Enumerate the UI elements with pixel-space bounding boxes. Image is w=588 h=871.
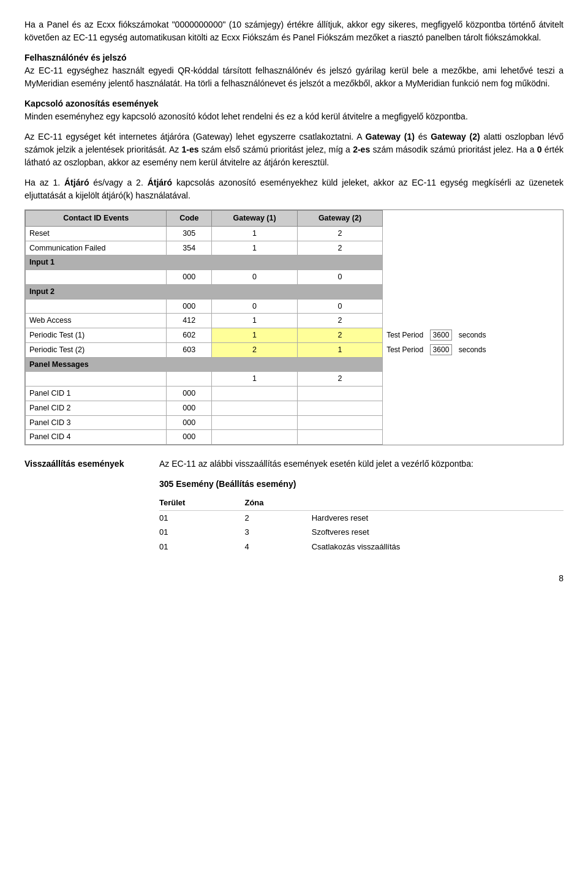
reset-intro: Az EC-11 az alábbi visszaállítás esemény… xyxy=(159,458,564,470)
event-name: Reset xyxy=(26,226,167,241)
territory-val: 01 xyxy=(159,525,244,540)
group-header-input1: Input 1 xyxy=(26,255,563,270)
table-row-panel-cid2: Panel CID 2 000 xyxy=(26,401,563,415)
col-header-event: Contact ID Events xyxy=(26,211,167,227)
event-code: 602 xyxy=(167,328,212,343)
gw1-val: 0 xyxy=(212,270,297,285)
event-code: 000 xyxy=(167,430,212,445)
bottom-section: Visszaállítás események Az EC-11 az aláb… xyxy=(24,458,564,554)
paragraph-atjaro: Ha az 1. Átjáró és/vagy a 2. Átjáró kapc… xyxy=(24,176,564,202)
paragraph-gateway: Az EC-11 egységet két internetes átjárór… xyxy=(24,130,564,169)
event-code: 305 xyxy=(167,226,212,241)
event-name: Panel CID 1 xyxy=(26,386,167,401)
table-row: Reset 305 1 2 xyxy=(26,226,563,241)
gw2-val: 1 xyxy=(297,342,382,357)
page-content: Ha a Panel és az Ecxx fiókszámokat "0000… xyxy=(24,18,564,585)
reset-events-content: Az EC-11 az alábbi visszaállítás esemény… xyxy=(159,458,564,554)
gw2-val: 2 xyxy=(297,314,382,328)
table-row-panel-cid4: Panel CID 4 000 xyxy=(26,430,563,445)
gw2-val: 2 xyxy=(297,241,382,255)
table-row-periodic2: Periodic Test (2) 603 2 1 Test Period 36… xyxy=(26,342,563,357)
gw1-val: 1 xyxy=(212,328,297,343)
event-code: 354 xyxy=(167,241,212,255)
event-name: Panel CID 2 xyxy=(26,401,167,415)
gw1-val: 2 xyxy=(212,342,297,357)
test-period-value1: 3600 xyxy=(430,330,453,341)
col-header-gw2: Gateway (2) xyxy=(297,211,382,227)
gw1-val: 0 xyxy=(212,299,297,314)
col-header-gw1: Gateway (1) xyxy=(212,211,297,227)
event-code xyxy=(167,372,212,386)
gw2-val: 2 xyxy=(297,372,382,386)
reset-row-3: 01 4 Csatlakozás visszaállítás xyxy=(159,540,564,554)
event-code: 000 xyxy=(167,386,212,401)
col-territory: Terület xyxy=(159,496,244,510)
event-code: 000 xyxy=(167,299,212,314)
reset-events-label: Visszaállítás események xyxy=(24,458,147,554)
table-row: 000 0 0 xyxy=(26,270,563,285)
desc-val: Szoftveres reset xyxy=(312,525,564,540)
test-period-unit2: seconds xyxy=(459,345,486,354)
table-row: 000 0 0 xyxy=(26,299,563,314)
event-name: Panel CID 4 xyxy=(26,430,167,445)
table-row: 1 2 xyxy=(26,372,563,386)
gw1-val: 1 xyxy=(212,314,297,328)
section-heading-connecting: Kapcsoló azonosítás események Minden ese… xyxy=(24,97,564,123)
gw2-val: 0 xyxy=(297,270,382,285)
table-row-periodic1: Periodic Test (1) 602 1 2 Test Period 36… xyxy=(26,328,563,343)
event-name: Web Access xyxy=(26,314,167,328)
reset-table: Terület Zóna 01 2 Hardveres reset 01 3 S… xyxy=(159,496,564,554)
desc-val: Hardveres reset xyxy=(312,510,564,525)
event-name: Periodic Test (2) xyxy=(26,342,167,357)
reset-row-2: 01 3 Szoftveres reset xyxy=(159,525,564,540)
table-row: Web Access 412 1 2 xyxy=(26,314,563,328)
reset-row-1: 01 2 Hardveres reset xyxy=(159,510,564,525)
col-header-code: Code xyxy=(167,211,212,227)
zone-val: 2 xyxy=(244,510,311,525)
test-period-unit1: seconds xyxy=(459,331,486,339)
desc-val: Csatlakozás visszaállítás xyxy=(312,540,564,554)
gw1-val: 1 xyxy=(212,241,297,255)
test-period-label2: Test Period xyxy=(386,345,423,354)
zone-val: 4 xyxy=(244,540,311,554)
reset-event-heading: 305 Esemény (Beállítás esemény) xyxy=(159,478,564,491)
gw1-val: 1 xyxy=(212,372,297,386)
col-desc xyxy=(312,496,564,510)
group-header-input2: Input 2 xyxy=(26,284,563,299)
group-header-panel-messages: Panel Messages xyxy=(26,357,563,372)
event-name: Periodic Test (1) xyxy=(26,328,167,343)
event-code: 000 xyxy=(167,415,212,430)
gw1-val: 1 xyxy=(212,226,297,241)
page-number: 8 xyxy=(24,572,564,585)
section-heading-username: Felhasználónév és jelszó Az EC-11 egység… xyxy=(24,51,564,90)
paragraph-1: Ha a Panel és az Ecxx fiókszámokat "0000… xyxy=(24,18,564,44)
event-code: 000 xyxy=(167,270,212,285)
territory-val: 01 xyxy=(159,510,244,525)
event-code: 000 xyxy=(167,401,212,415)
table-row-panel-cid3: Panel CID 3 000 xyxy=(26,415,563,430)
zone-val: 3 xyxy=(244,525,311,540)
event-code: 603 xyxy=(167,342,212,357)
test-period-value2: 3600 xyxy=(430,344,453,355)
table-row: Communication Failed 354 1 2 xyxy=(26,241,563,255)
event-code: 412 xyxy=(167,314,212,328)
territory-val: 01 xyxy=(159,540,244,554)
event-name: Panel CID 3 xyxy=(26,415,167,430)
gw2-val: 0 xyxy=(297,299,382,314)
gw2-val: 2 xyxy=(297,226,382,241)
event-name: Communication Failed xyxy=(26,241,167,255)
table-row-panel-cid1: Panel CID 1 000 xyxy=(26,386,563,401)
col-zone: Zóna xyxy=(244,496,311,510)
contact-id-table: Contact ID Events Code Gateway (1) Gatew… xyxy=(24,209,564,445)
gw2-val: 2 xyxy=(297,328,382,343)
test-period-label1: Test Period xyxy=(386,331,423,339)
